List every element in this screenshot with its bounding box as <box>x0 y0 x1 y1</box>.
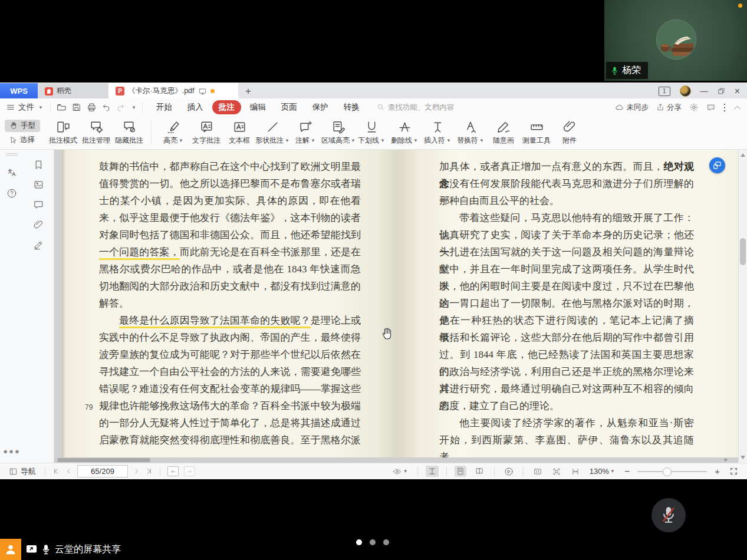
mobile-view-button[interactable] <box>709 157 725 173</box>
toolbar-text-annotation[interactable]: 文字批注 <box>190 120 222 146</box>
view-back-button[interactable] <box>167 466 179 476</box>
sync-status[interactable]: 未同步 <box>614 103 649 113</box>
tab-docer[interactable]: 稻壳 <box>38 83 108 99</box>
page-indicator-input[interactable] <box>77 465 128 477</box>
close-button[interactable]: × <box>735 87 740 96</box>
toolbar-freehand[interactable]: 随意画 <box>488 120 519 146</box>
book-line: 错误呢？难道没有任何支配社会变革的规律吗——掌握这些 <box>99 380 361 397</box>
single-page-view-button[interactable] <box>455 466 466 477</box>
fit-page-button[interactable] <box>550 466 563 477</box>
hand-tool-button[interactable]: 手型 <box>5 120 40 132</box>
eye-protection-button[interactable]: ▼ <box>390 466 410 477</box>
view-carousel-dots[interactable] <box>356 539 389 545</box>
annotate-mode-icon <box>56 120 71 134</box>
menu-item-annotate[interactable]: 批注 <box>212 100 241 114</box>
toolbar-highlight[interactable]: 高亮▼ <box>157 120 189 146</box>
zoom-in-button[interactable]: + <box>713 465 722 477</box>
stamp-icon[interactable] <box>33 239 44 251</box>
print-icon[interactable] <box>87 103 97 113</box>
select-tool-button[interactable]: 选择 <box>5 134 40 146</box>
navigation-panel-button[interactable]: 导航 <box>7 465 38 478</box>
toolbar-shape-annotation[interactable]: 形状批注▼ <box>256 120 288 146</box>
carousel-dot-active[interactable] <box>356 539 362 545</box>
zoom-slider-thumb[interactable] <box>663 467 672 476</box>
menu-item-convert[interactable]: 转换 <box>337 100 366 114</box>
toolbar-replace[interactable]: 替换符▼ <box>455 120 486 146</box>
search-input[interactable]: 查找功能、文档内容 <box>377 103 455 113</box>
participant-name: 杨荣 <box>622 64 641 77</box>
previous-page-icon[interactable] <box>65 467 72 475</box>
menu-item-protect[interactable]: 保护 <box>306 100 335 114</box>
autoplay-button[interactable] <box>502 466 515 477</box>
book-line: 黑格尔或费尔巴哈的作品中，或者是他在 1843 年快速而急 <box>99 261 361 278</box>
first-page-icon[interactable] <box>52 467 60 475</box>
menu-item-insert[interactable]: 插入 <box>181 100 210 114</box>
minimize-button[interactable]: — <box>700 87 708 95</box>
redo-icon[interactable] <box>116 103 125 112</box>
restore-button[interactable] <box>718 87 725 95</box>
carousel-dot[interactable] <box>383 539 389 545</box>
next-page-icon[interactable] <box>133 467 140 475</box>
zoom-slider[interactable] <box>637 471 707 472</box>
toolbar-measure[interactable]: 测量工具 <box>521 120 552 146</box>
participant-video-tile[interactable]: 杨荣 <box>604 0 747 81</box>
feedback-comment-icon[interactable] <box>706 103 716 112</box>
document-viewport[interactable]: 鼓舞的书信中，都声称自己在这个中心找到了欧洲文明里最值得赞赏的一切。他之所以选择… <box>54 150 738 463</box>
comment-icon[interactable] <box>33 199 44 210</box>
menu-item-home[interactable]: 开始 <box>150 100 179 114</box>
two-page-view-button[interactable] <box>472 466 486 477</box>
toolbar-strikethrough[interactable]: 删除线▼ <box>389 120 420 146</box>
toolbar-hide-annotation[interactable]: 隐藏批注 <box>113 120 145 146</box>
save-icon[interactable] <box>72 103 81 112</box>
vertical-scrollbar[interactable] <box>738 150 747 463</box>
fullscreen-button[interactable] <box>728 466 740 477</box>
presentation-monitor-icon <box>198 87 207 95</box>
fit-width-button[interactable] <box>569 466 582 477</box>
mute-microphone-button[interactable] <box>651 498 686 532</box>
horizontal-scrollbar-thumb[interactable] <box>57 458 150 462</box>
toolbar-note[interactable]: 注解▼ <box>289 120 321 146</box>
actual-size-button[interactable] <box>531 466 544 477</box>
sidebar-handle[interactable] <box>6 153 18 154</box>
kebab-menu-icon[interactable] <box>723 103 726 112</box>
image-icon[interactable] <box>33 179 44 190</box>
tab-document[interactable]: P 《卡尔·马克思》.pdf <box>108 83 238 99</box>
horizontal-scrollbar[interactable] <box>54 457 738 463</box>
collapse-ribbon-icon[interactable] <box>733 105 741 110</box>
vertical-scrollbar-thumb[interactable] <box>740 238 746 265</box>
continuous-scroll-button[interactable] <box>426 466 439 477</box>
zoom-level-dropdown[interactable]: 130% ▼ <box>588 466 617 477</box>
scroll-right-arrow-icon[interactable] <box>725 458 728 462</box>
toolbar-attachment[interactable]: 附件 <box>554 120 585 146</box>
presenter-tile[interactable] <box>0 539 21 560</box>
toolbar-annotate-mode[interactable]: 批注模式 <box>47 120 79 146</box>
toolbar-caret-insert[interactable]: 插入符▼ <box>422 120 453 146</box>
zoom-out-button[interactable]: − <box>623 465 631 478</box>
scroll-up-arrow-icon[interactable] <box>741 153 745 157</box>
help-icon[interactable] <box>6 188 17 199</box>
toolbar-underline[interactable]: 下划线▼ <box>356 120 387 146</box>
scroll-down-arrow-icon[interactable] <box>741 456 745 459</box>
menu-item-page[interactable]: 页面 <box>275 100 304 114</box>
wps-logo-button[interactable]: WPS <box>0 83 38 99</box>
new-tab-button[interactable]: + <box>238 83 258 99</box>
bookmark-icon[interactable] <box>33 159 44 170</box>
open-folder-icon[interactable] <box>57 103 67 113</box>
file-menu[interactable]: 文件 ▼ <box>6 102 43 113</box>
account-avatar[interactable] <box>680 85 691 97</box>
share-button[interactable]: 分享 <box>656 103 682 113</box>
carousel-dot[interactable] <box>370 539 376 545</box>
translate-icon[interactable] <box>6 167 17 177</box>
history-dropdown-icon[interactable]: ▼ <box>131 105 136 110</box>
last-page-icon[interactable] <box>145 467 153 475</box>
window-count-badge[interactable]: 1 <box>659 87 670 96</box>
view-forward-button[interactable] <box>184 466 195 476</box>
toolbar-textbox[interactable]: 文本框 <box>223 120 255 146</box>
toolbar-annotate-manage[interactable]: 批注管理 <box>80 120 112 146</box>
gear-icon[interactable] <box>689 103 699 112</box>
menu-item-edit[interactable]: 编辑 <box>243 100 272 114</box>
sidebar-more-button[interactable]: ●●● <box>0 447 24 456</box>
undo-icon[interactable] <box>102 103 111 112</box>
paperclip-icon[interactable] <box>33 219 44 230</box>
toolbar-area-highlight[interactable]: 区域高亮▼ <box>323 120 354 146</box>
